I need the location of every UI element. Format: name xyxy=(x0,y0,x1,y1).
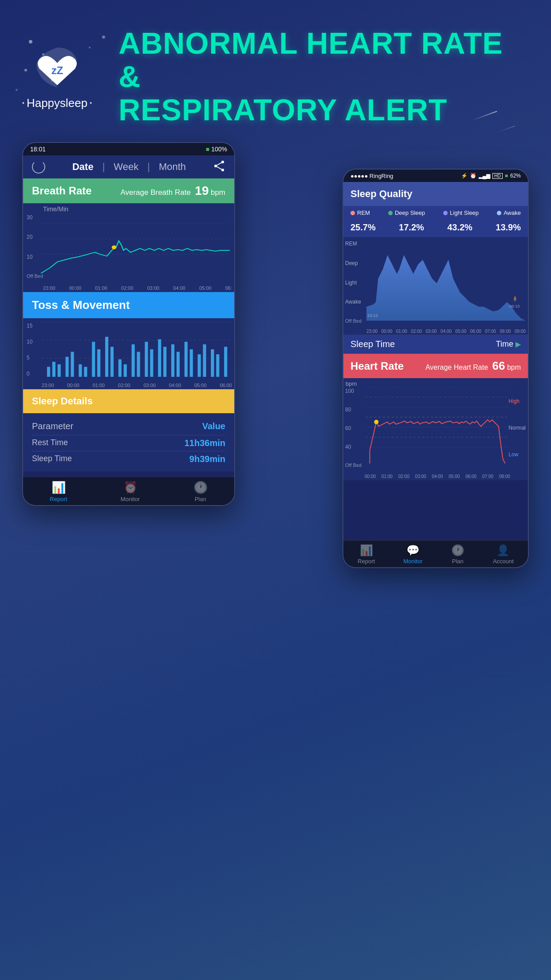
heart-rate-avg: Average Heart Rate 66 bpm xyxy=(425,359,521,373)
tab-report-left[interactable]: 📊 Report xyxy=(50,481,67,502)
svg-rect-23 xyxy=(110,347,114,377)
breath-rate-title: Breath Rate xyxy=(32,185,92,197)
left-tab-bar: 📊 Report ⏰ Monitor 🕐 Plan xyxy=(23,477,234,505)
svg-rect-16 xyxy=(66,357,69,377)
light-dot xyxy=(443,211,448,215)
awake-dot xyxy=(497,211,501,215)
left-nav-bar: Date | Week | Month xyxy=(23,155,234,178)
sleep-x-axis: 23:00 00:00 01:00 02:00 03:00 04:00 05:0… xyxy=(366,329,526,334)
heart-chart-svg xyxy=(365,387,510,468)
awake-pct-item: 13.9% xyxy=(496,222,521,233)
tab-monitor-label-right: Monitor xyxy=(403,558,422,565)
header-area: zZ • Happysleep • ABNORMAL HEART RATE & … xyxy=(0,18,551,135)
heart-rate-chart: bpm 100 80 60 40 Off Bed xyxy=(343,378,528,480)
headline-line2: RESPIRATORY ALERT xyxy=(118,93,529,126)
right-carrier: ●●●●● RingRing xyxy=(350,173,393,179)
breath-x-axis: 23:00 00:00 01:00 02:00 03:00 04:00 05:0… xyxy=(43,285,232,291)
sleep-quality-legend: REM Deep Sleep Light Sleep Awake xyxy=(343,206,528,220)
awake-pct: 13.9% xyxy=(496,222,521,233)
left-battery: ■ 100% xyxy=(206,146,227,153)
svg-text:🧍: 🧍 xyxy=(512,296,519,303)
right-battery-icon: ■ xyxy=(505,173,508,179)
share-icon[interactable] xyxy=(213,160,225,174)
svg-rect-36 xyxy=(198,354,201,377)
sleep-time-right[interactable]: Time ▶ xyxy=(496,340,521,349)
sleep-details-table: Parameter Value Rest Time 11h36min Sleep… xyxy=(23,413,234,471)
svg-text:23:12: 23:12 xyxy=(367,313,378,318)
account-icon-right: 👤 xyxy=(496,544,510,557)
rest-time-row: Rest Time 11h36min xyxy=(32,435,225,451)
svg-rect-35 xyxy=(190,349,193,377)
svg-rect-38 xyxy=(211,349,214,377)
svg-rect-27 xyxy=(137,352,140,377)
logo-label: Happysleep xyxy=(27,96,87,110)
heart-x-axis: 00:00 01:00 02:00 03:00 04:00 05:00 06:0… xyxy=(365,474,510,479)
tab-monitor-right[interactable]: 💬 Monitor xyxy=(403,544,422,565)
heart-rate-header: Heart Rate Average Heart Rate 66 bpm xyxy=(343,354,528,378)
svg-rect-22 xyxy=(105,337,108,377)
hd-badge: HD xyxy=(492,173,502,179)
sleep-time-section-label: Sleep Time xyxy=(350,339,395,349)
toss-x-axis: 23:00 00:00 01:00 02:00 03:00 04:00 05:0… xyxy=(42,383,232,388)
phones-container: 18:01 ■ 100% Date | Week | Month xyxy=(22,133,529,891)
sleep-time-label: Sleep Time xyxy=(32,454,72,464)
breath-chart-svg xyxy=(41,212,230,281)
svg-rect-34 xyxy=(185,342,188,377)
awake-label: Awake xyxy=(504,209,521,216)
svg-rect-26 xyxy=(132,344,135,377)
tab-monitor-left[interactable]: ⏰ Monitor xyxy=(121,481,140,502)
toss-chart: 15 10 5 0 xyxy=(23,318,234,389)
right-status-bar: ●●●●● RingRing ⚡ ⏰ ▂▄▆ HD ■ 62% xyxy=(343,170,528,182)
deep-label: Deep Sleep xyxy=(395,209,425,216)
monitor-icon-right: 💬 xyxy=(406,544,420,557)
toss-movement-header: Toss & Movement xyxy=(23,292,234,318)
left-status-bar: 18:01 ■ 100% xyxy=(23,143,234,155)
tab-separator-1: | xyxy=(102,161,105,173)
tab-week[interactable]: Week xyxy=(114,161,138,173)
tab-date[interactable]: Date xyxy=(72,161,94,173)
sleep-quality-title: Sleep Quality xyxy=(350,188,412,199)
deep-dot xyxy=(388,211,393,215)
sleep-details-title: Sleep Details xyxy=(32,395,93,407)
phone-left: 18:01 ■ 100% Date | Week | Month xyxy=(22,142,235,506)
tab-account-label-right: Account xyxy=(493,558,514,565)
tab-month[interactable]: Month xyxy=(159,161,186,173)
deep-pct-item: 17.2% xyxy=(399,222,424,233)
svg-rect-13 xyxy=(47,367,50,377)
report-icon-left: 📊 xyxy=(51,481,66,494)
tab-plan-right[interactable]: 🕐 Plan xyxy=(451,544,464,565)
svg-rect-25 xyxy=(124,364,127,377)
svg-line-5 xyxy=(216,166,223,170)
svg-rect-37 xyxy=(203,344,206,377)
signal-bars: ▂▄▆ xyxy=(479,173,491,179)
sleep-time-bar: Sleep Time Time ▶ xyxy=(343,335,528,354)
value-header: Value xyxy=(202,421,225,431)
right-battery-pct: 62% xyxy=(510,173,521,179)
heart-annotations: High Normal Low xyxy=(508,388,526,468)
sleep-quality-chart: REM Deep Light Awake Off Bed 🧍 xyxy=(343,237,528,335)
svg-rect-31 xyxy=(163,347,166,377)
toss-movement-title: Toss & Movement xyxy=(32,298,130,312)
legend-rem: REM xyxy=(350,209,370,216)
svg-text:09:15: 09:15 xyxy=(509,304,520,308)
breath-chart: Time/Min 30 20 10 Off Bed 23:00 xyxy=(23,203,234,292)
legend-light: Light Sleep xyxy=(443,209,479,216)
tab-report-right[interactable]: 📊 Report xyxy=(358,544,375,565)
svg-rect-32 xyxy=(171,344,174,377)
svg-rect-39 xyxy=(216,354,219,377)
svg-text:zZ: zZ xyxy=(51,64,63,76)
plan-icon-right: 🕐 xyxy=(451,544,464,557)
svg-rect-17 xyxy=(71,352,74,377)
tab-plan-label-right: Plan xyxy=(452,558,464,565)
sleep-quality-section: Sleep Quality xyxy=(343,182,528,206)
tab-account-right[interactable]: 👤 Account xyxy=(493,544,514,565)
headline-section: ABNORMAL HEART RATE & RESPIRATORY ALERT xyxy=(118,27,529,126)
monitor-icon-left: ⏰ xyxy=(123,481,138,494)
toss-chart-svg xyxy=(42,322,232,377)
sleep-time-row: Sleep Time 9h39min xyxy=(32,451,225,467)
tab-plan-left[interactable]: 🕐 Plan xyxy=(193,481,208,502)
bluetooth-icon: ⚡ xyxy=(461,173,468,179)
breath-rate-avg: Average Breath Rate 19 bpm xyxy=(120,184,225,198)
refresh-icon[interactable] xyxy=(32,160,45,174)
svg-rect-15 xyxy=(58,364,61,377)
